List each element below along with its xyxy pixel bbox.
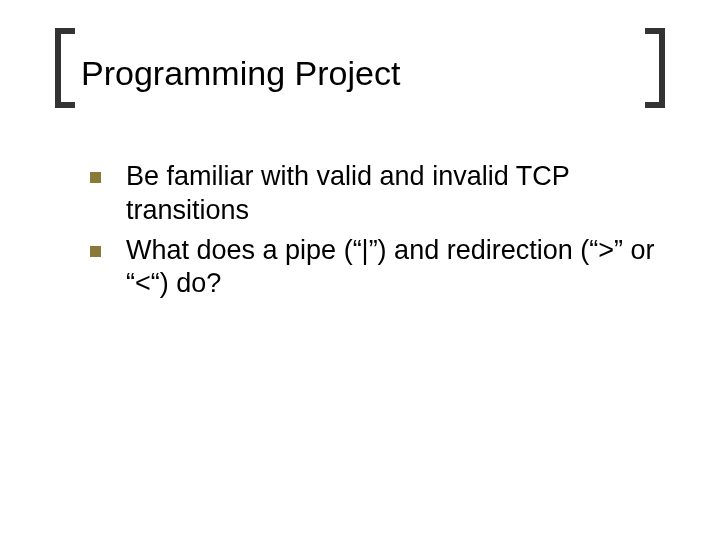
title-area: Programming Project xyxy=(55,48,665,118)
bullet-list: Be familiar with valid and invalid TCP t… xyxy=(90,160,660,301)
bracket-right-icon xyxy=(645,28,665,108)
list-item-text: Be familiar with valid and invalid TCP t… xyxy=(126,161,569,225)
slide: Programming Project Be familiar with val… xyxy=(0,0,720,540)
list-item-text: What does a pipe (“|”) and redirection (… xyxy=(126,235,654,299)
bullet-square-icon xyxy=(90,246,101,257)
slide-title: Programming Project xyxy=(81,54,400,93)
slide-body: Be familiar with valid and invalid TCP t… xyxy=(90,160,660,307)
list-item: What does a pipe (“|”) and redirection (… xyxy=(90,234,660,302)
list-item: Be familiar with valid and invalid TCP t… xyxy=(90,160,660,228)
bracket-left-icon xyxy=(55,28,75,108)
bullet-square-icon xyxy=(90,172,101,183)
